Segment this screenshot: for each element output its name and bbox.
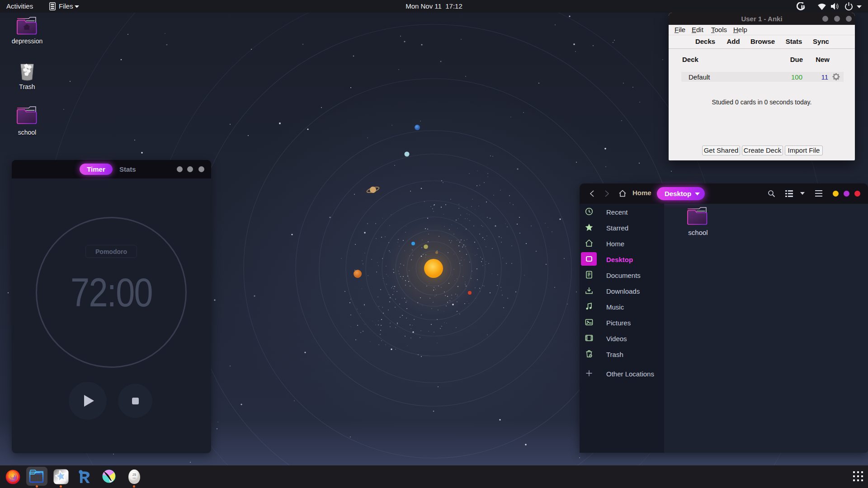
- svg-text:min: min: [132, 477, 136, 479]
- svg-text:25: 25: [132, 473, 136, 476]
